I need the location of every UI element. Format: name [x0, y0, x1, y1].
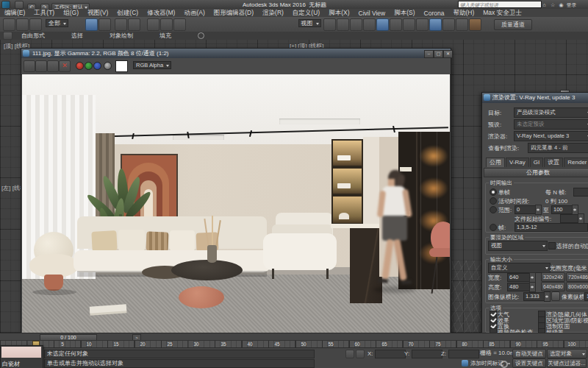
- view-to-render-dropdown[interactable]: 四元菜单 4 - 前: [528, 143, 588, 153]
- rfw-titlebar[interactable]: 111.jpg, 显示 Gamma: 2.2, RGB 颜色 8 位/通道 (1…: [21, 49, 451, 58]
- ribbon-tab-freeform[interactable]: 自由形式: [21, 32, 45, 40]
- select-link-icon[interactable]: [3, 18, 15, 31]
- max-logo-icon[interactable]: [1, 1, 10, 9]
- save-image-icon[interactable]: [24, 60, 35, 72]
- menu-group[interactable]: 组(G): [59, 9, 83, 18]
- material-swatch[interactable]: [1, 347, 41, 358]
- every-n-field[interactable]: [573, 188, 588, 197]
- reference-coordsys-dropdown[interactable]: 视图: [298, 19, 321, 27]
- favorites-star-icon[interactable]: ☆: [550, 1, 556, 8]
- ribbon-modeling-icon[interactable]: [3, 32, 12, 40]
- quality-channel-button[interactable]: 质量通道: [494, 19, 532, 30]
- active-time-radio[interactable]: [490, 197, 497, 205]
- menu-graph-editors[interactable]: 图形编辑器(D): [209, 9, 258, 18]
- z-coordinate-field[interactable]: [448, 350, 479, 358]
- rfw-minimize-button[interactable]: –: [424, 50, 434, 58]
- area-mode-dropdown[interactable]: 视图: [488, 241, 548, 251]
- auto-region-checkbox[interactable]: [548, 242, 556, 250]
- rect-region-icon[interactable]: [115, 18, 127, 31]
- ribbon-circle-icon[interactable]: [198, 32, 204, 39]
- select-object-icon[interactable]: [85, 18, 98, 31]
- render-setup-icon[interactable]: [442, 18, 455, 31]
- search-history-icon[interactable]: ⌂: [541, 1, 548, 8]
- background-color-swatch[interactable]: [115, 60, 128, 72]
- menu-edit[interactable]: 编辑(E): [0, 9, 29, 18]
- menu-corona[interactable]: Corona: [420, 10, 449, 17]
- rfw-close-button[interactable]: ✕: [443, 50, 453, 58]
- blue-channel-icon[interactable]: [93, 62, 101, 70]
- angle-snap-icon[interactable]: [350, 18, 362, 31]
- sign-in-link[interactable]: 登录: [567, 2, 577, 7]
- snap-toggle-icon[interactable]: [337, 18, 349, 31]
- select-rotate-icon[interactable]: [160, 18, 173, 31]
- channel-display-dropdown[interactable]: RGB Alpha: [133, 61, 171, 69]
- single-frame-radio[interactable]: [490, 188, 497, 196]
- image-aspect-spinner[interactable]: [544, 291, 551, 302]
- menu-views[interactable]: 视图(V): [83, 9, 112, 18]
- layer-manager-icon[interactable]: [403, 18, 415, 31]
- add-time-tag[interactable]: 添加时间标记: [470, 359, 509, 367]
- menu-create[interactable]: 创建(C): [112, 9, 143, 18]
- res-320-button[interactable]: 320x240: [541, 272, 565, 282]
- tab-common[interactable]: 公用: [486, 158, 505, 167]
- res-640-button[interactable]: 640x480: [541, 282, 565, 291]
- percent-snap-icon[interactable]: [363, 18, 376, 31]
- target-dropdown[interactable]: 产品级渲染模式: [514, 107, 588, 118]
- menu-animation[interactable]: 动画(A): [179, 9, 209, 18]
- ribbon-tab-object-paint[interactable]: 对象绘制: [110, 32, 133, 40]
- curve-editor-icon[interactable]: [416, 18, 429, 31]
- width-field[interactable]: 640: [507, 273, 532, 282]
- window-crossing-icon[interactable]: [128, 18, 140, 31]
- isolate-selection-icon[interactable]: [345, 350, 354, 358]
- menu-help[interactable]: 帮助(H): [448, 9, 478, 18]
- use-pivot-icon[interactable]: [323, 18, 336, 31]
- green-channel-icon[interactable]: [85, 62, 93, 70]
- rendered-frame-icon[interactable]: [456, 18, 468, 31]
- auto-key-button[interactable]: 自动关键点: [512, 349, 546, 358]
- infocenter-search-input[interactable]: [458, 1, 542, 8]
- save-icon[interactable]: [15, 1, 24, 9]
- render-settings-titlebar[interactable]: 渲染设置: V-Ray Next, update 3: [482, 93, 588, 103]
- selection-lock-icon[interactable]: [356, 350, 365, 358]
- menu-rendering[interactable]: 渲染(R): [258, 9, 288, 18]
- material-editor-icon[interactable]: [429, 18, 442, 31]
- ribbon-tab-populate[interactable]: 填充: [159, 32, 171, 40]
- menu-tools[interactable]: 工具(T): [29, 9, 59, 18]
- menu-scripting[interactable]: 脚本(X): [324, 9, 354, 18]
- output-preset-dropdown[interactable]: 自定义: [488, 263, 551, 273]
- pixel-aspect-field[interactable]: 1.0: [584, 292, 588, 301]
- preset-dropdown[interactable]: 未选定预设: [514, 119, 588, 130]
- common-parameters-rollout[interactable]: 公用参数: [484, 168, 588, 177]
- frames-field[interactable]: 1,3,5-12: [514, 223, 588, 232]
- height-spinner[interactable]: [529, 282, 536, 292]
- height-field[interactable]: 480: [507, 283, 532, 291]
- res-720-button[interactable]: 720x486: [566, 272, 588, 282]
- mono-channel-icon[interactable]: [104, 62, 112, 70]
- select-by-name-icon[interactable]: [98, 18, 111, 31]
- renderer-dropdown[interactable]: V-Ray Next, update 3: [514, 131, 588, 141]
- menu-civil-view[interactable]: Civil View: [354, 10, 390, 17]
- user-icon[interactable]: ◉: [558, 1, 564, 8]
- render-production-icon[interactable]: [469, 18, 481, 31]
- menu-customize[interactable]: 自定义(U): [288, 9, 324, 18]
- y-coordinate-field[interactable]: [412, 350, 442, 358]
- tab-settings[interactable]: 设置: [544, 158, 563, 167]
- menu-max-security[interactable]: Max 安全卫士: [478, 9, 526, 18]
- menu-modifiers[interactable]: 修改器(M): [143, 9, 179, 18]
- rfw-maximize-button[interactable]: ▢: [434, 50, 443, 58]
- file-number-spinner[interactable]: [578, 213, 584, 224]
- key-filters-button[interactable]: 关键点过滤器...: [547, 358, 587, 368]
- align-icon[interactable]: [390, 18, 402, 31]
- tab-vray[interactable]: V-Ray: [506, 158, 529, 167]
- clone-image-icon[interactable]: [35, 60, 47, 72]
- range-radio[interactable]: [490, 206, 497, 213]
- unlink-icon[interactable]: [16, 18, 29, 31]
- tab-gi[interactable]: GI: [530, 158, 543, 167]
- x-coordinate-field[interactable]: [375, 350, 406, 358]
- bind-spacewarp-icon[interactable]: [29, 18, 42, 31]
- print-image-icon[interactable]: [47, 60, 59, 72]
- res-800-button[interactable]: 800x600: [566, 282, 588, 291]
- ribbon-tab-selection[interactable]: 选择: [71, 32, 83, 40]
- clear-image-icon[interactable]: ✕: [59, 60, 71, 72]
- frames-radio[interactable]: [490, 224, 497, 231]
